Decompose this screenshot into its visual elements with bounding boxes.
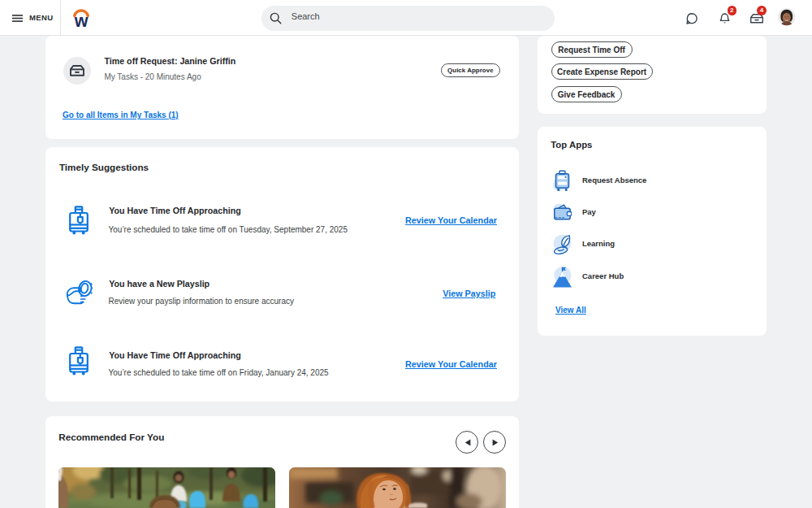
svg-text:w: w (74, 11, 89, 28)
